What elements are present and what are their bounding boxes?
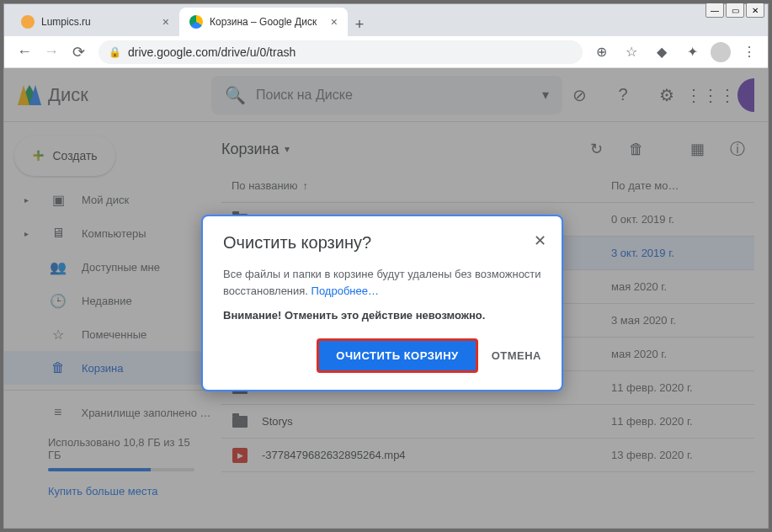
address-field[interactable]: 🔒 drive.google.com/drive/u/0/trash (98, 40, 583, 64)
browser-tab-lumpics[interactable]: Lumpics.ru × (11, 8, 179, 36)
extension-icon[interactable]: ◆ (650, 40, 674, 64)
reload-button[interactable]: ⟳ (65, 39, 92, 66)
browser-tabbar: Lumpics.ru × Корзина – Google Диск × + (4, 4, 768, 36)
browser-tab-drive[interactable]: Корзина – Google Диск × (179, 8, 348, 36)
favicon-icon (21, 15, 35, 29)
profile-avatar[interactable] (711, 42, 731, 62)
dialog-close-button[interactable]: ✕ (534, 231, 546, 250)
tab-title: Корзина – Google Диск (210, 16, 326, 28)
url-text: drive.google.com/drive/u/0/trash (128, 45, 295, 59)
tab-close-icon[interactable]: × (331, 15, 338, 29)
tab-title: Lumpics.ru (41, 16, 157, 28)
favicon-icon (189, 15, 203, 29)
dialog-learn-more-link[interactable]: Подробнее… (311, 285, 379, 297)
menu-icon[interactable]: ⋮ (737, 40, 761, 64)
confirm-empty-button[interactable]: ОЧИСТИТЬ КОРЗИНУ (317, 338, 477, 373)
cancel-button[interactable]: ОТМЕНА (492, 349, 541, 362)
extensions-puzzle-icon[interactable]: ✦ (680, 40, 704, 64)
new-tab-button[interactable]: + (348, 13, 371, 36)
window-maximize-button[interactable]: ▭ (726, 3, 744, 18)
dialog-warning: Внимание! Отменить это действие невозмож… (223, 309, 541, 322)
dialog-body: Все файлы и папки в корзине будут удален… (223, 266, 541, 299)
favorite-icon[interactable]: ☆ (620, 40, 643, 64)
lock-icon: 🔒 (109, 46, 121, 58)
empty-trash-dialog: ✕ Очистить корзину? Все файлы и папки в … (201, 215, 563, 391)
zoom-icon[interactable]: ⊕ (589, 40, 613, 64)
forward-button: → (38, 39, 65, 66)
dialog-title: Очистить корзину? (223, 233, 541, 253)
window-minimize-button[interactable]: — (705, 3, 724, 18)
browser-addressbar: ← → ⟳ 🔒 drive.google.com/drive/u/0/trash… (4, 36, 768, 68)
back-button[interactable]: ← (11, 39, 38, 66)
tab-close-icon[interactable]: × (162, 15, 169, 29)
window-close-button[interactable]: ✕ (746, 3, 764, 18)
